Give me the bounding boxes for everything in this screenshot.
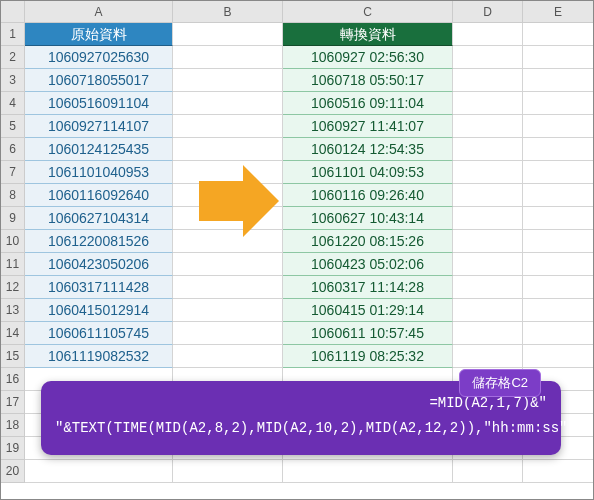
data-cell-a[interactable]: 1060124125435 — [25, 138, 173, 161]
data-cell-a[interactable]: 1060423050206 — [25, 253, 173, 276]
data-cell-c[interactable]: 1060317 11:14:28 — [283, 276, 453, 299]
header-cell-a[interactable]: 原始資料 — [25, 23, 173, 46]
data-cell-c[interactable]: 1060516 09:11:04 — [283, 92, 453, 115]
cell[interactable] — [173, 138, 283, 161]
data-cell-c[interactable]: 1060627 10:43:14 — [283, 207, 453, 230]
cell[interactable] — [173, 69, 283, 92]
row-header[interactable]: 6 — [1, 138, 25, 161]
cell[interactable] — [453, 299, 523, 322]
cell[interactable] — [453, 345, 523, 368]
cell[interactable] — [173, 23, 283, 46]
data-cell-c[interactable]: 1060124 12:54:35 — [283, 138, 453, 161]
data-cell-a[interactable]: 1060317111428 — [25, 276, 173, 299]
row-header[interactable]: 14 — [1, 322, 25, 345]
data-cell-a[interactable]: 1061220081526 — [25, 230, 173, 253]
cell[interactable] — [523, 23, 594, 46]
cell[interactable] — [173, 276, 283, 299]
row-header[interactable]: 4 — [1, 92, 25, 115]
cell[interactable] — [453, 253, 523, 276]
corner-cell[interactable] — [1, 1, 25, 23]
cell[interactable] — [523, 253, 594, 276]
row-header[interactable]: 16 — [1, 368, 25, 391]
data-cell-a[interactable]: 1060927025630 — [25, 46, 173, 69]
row-header[interactable]: 3 — [1, 69, 25, 92]
data-cell-a[interactable]: 1060718055017 — [25, 69, 173, 92]
cell[interactable] — [453, 92, 523, 115]
data-cell-c[interactable]: 1060611 10:57:45 — [283, 322, 453, 345]
cell[interactable] — [523, 69, 594, 92]
cell[interactable] — [523, 46, 594, 69]
cell[interactable] — [173, 92, 283, 115]
row-header[interactable]: 15 — [1, 345, 25, 368]
cell[interactable] — [523, 230, 594, 253]
row-header[interactable]: 12 — [1, 276, 25, 299]
row-header[interactable]: 10 — [1, 230, 25, 253]
data-cell-a[interactable]: 1060516091104 — [25, 92, 173, 115]
row-header[interactable]: 9 — [1, 207, 25, 230]
cell[interactable] — [283, 460, 453, 483]
cell[interactable] — [523, 161, 594, 184]
cell[interactable] — [453, 322, 523, 345]
data-cell-c[interactable]: 1060116 09:26:40 — [283, 184, 453, 207]
row-header[interactable]: 11 — [1, 253, 25, 276]
cell[interactable] — [173, 460, 283, 483]
row-header[interactable]: 17 — [1, 391, 25, 414]
data-cell-a[interactable]: 1060627104314 — [25, 207, 173, 230]
cell[interactable] — [453, 161, 523, 184]
data-cell-c[interactable]: 1061119 08:25:32 — [283, 345, 453, 368]
cell[interactable] — [453, 115, 523, 138]
cell[interactable] — [453, 207, 523, 230]
cell[interactable] — [523, 460, 594, 483]
data-cell-c[interactable]: 1060927 11:41:07 — [283, 115, 453, 138]
row-header[interactable]: 2 — [1, 46, 25, 69]
data-cell-c[interactable]: 1060423 05:02:06 — [283, 253, 453, 276]
cell[interactable] — [523, 322, 594, 345]
cell[interactable] — [523, 345, 594, 368]
cell[interactable] — [453, 138, 523, 161]
row-header[interactable]: 18 — [1, 414, 25, 437]
cell[interactable] — [523, 184, 594, 207]
header-cell-c[interactable]: 轉換資料 — [283, 23, 453, 46]
cell[interactable] — [453, 460, 523, 483]
data-cell-a[interactable]: 1060927114107 — [25, 115, 173, 138]
cell[interactable] — [523, 92, 594, 115]
data-cell-a[interactable]: 1061119082532 — [25, 345, 173, 368]
data-cell-c[interactable]: 1061101 04:09:53 — [283, 161, 453, 184]
data-cell-c[interactable]: 1061220 08:15:26 — [283, 230, 453, 253]
cell[interactable] — [173, 322, 283, 345]
col-header-b[interactable]: B — [173, 1, 283, 23]
cell[interactable] — [173, 299, 283, 322]
col-header-d[interactable]: D — [453, 1, 523, 23]
data-cell-a[interactable]: 1060611105745 — [25, 322, 173, 345]
cell[interactable] — [173, 46, 283, 69]
row-header[interactable]: 8 — [1, 184, 25, 207]
row-header[interactable]: 5 — [1, 115, 25, 138]
col-header-a[interactable]: A — [25, 1, 173, 23]
cell[interactable] — [453, 69, 523, 92]
data-cell-c[interactable]: 1060927 02:56:30 — [283, 46, 453, 69]
data-cell-a[interactable]: 1060116092640 — [25, 184, 173, 207]
row-header[interactable]: 19 — [1, 437, 25, 460]
cell[interactable] — [173, 253, 283, 276]
cell[interactable] — [453, 46, 523, 69]
cell[interactable] — [173, 345, 283, 368]
data-cell-c[interactable]: 1060415 01:29:14 — [283, 299, 453, 322]
cell[interactable] — [523, 207, 594, 230]
cell[interactable] — [25, 460, 173, 483]
row-header[interactable]: 7 — [1, 161, 25, 184]
cell[interactable] — [453, 230, 523, 253]
data-cell-a[interactable]: 1060415012914 — [25, 299, 173, 322]
cell[interactable] — [523, 299, 594, 322]
cell[interactable] — [523, 138, 594, 161]
row-header[interactable]: 20 — [1, 460, 25, 483]
data-cell-c[interactable]: 1060718 05:50:17 — [283, 69, 453, 92]
data-cell-a[interactable]: 1061101040953 — [25, 161, 173, 184]
cell[interactable] — [453, 276, 523, 299]
row-header[interactable]: 1 — [1, 23, 25, 46]
cell[interactable] — [453, 23, 523, 46]
col-header-e[interactable]: E — [523, 1, 594, 23]
col-header-c[interactable]: C — [283, 1, 453, 23]
cell[interactable] — [523, 115, 594, 138]
cell[interactable] — [523, 276, 594, 299]
cell[interactable] — [173, 115, 283, 138]
